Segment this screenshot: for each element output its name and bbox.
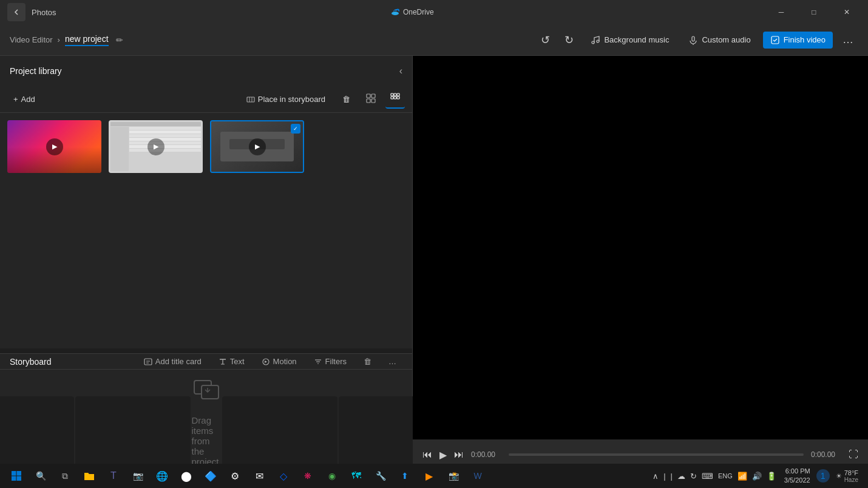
- more-options-button[interactable]: …: [838, 31, 858, 49]
- library-header: Project library ‹: [0, 56, 412, 86]
- weather-widget[interactable]: ☀ 78°F Haze: [831, 469, 863, 483]
- photos-icon[interactable]: 📷: [126, 467, 149, 485]
- background-music-button[interactable]: Background music: [583, 32, 676, 49]
- close-button[interactable]: ✕: [833, 3, 861, 21]
- edit-name-icon[interactable]: ✏: [116, 35, 123, 45]
- delete-storyboard-button[interactable]: 🗑: [358, 354, 378, 369]
- maximize-button[interactable]: □: [800, 3, 828, 21]
- svg-rect-16: [391, 97, 393, 99]
- mail-icon[interactable]: ✉: [248, 467, 271, 485]
- apps-icon[interactable]: 🔷: [199, 467, 222, 485]
- minimize-button[interactable]: ─: [767, 3, 795, 21]
- add-button[interactable]: + Add: [7, 92, 41, 107]
- storyboard-slot-2: [75, 396, 191, 466]
- tray-icon-1[interactable]: |: [662, 470, 667, 482]
- motion-icon: [262, 358, 270, 366]
- edge-icon[interactable]: 🌐: [151, 467, 174, 485]
- task-view-button[interactable]: ⧉: [53, 467, 76, 485]
- tray-icon-3[interactable]: ☁: [676, 470, 687, 482]
- extra-icon-3[interactable]: 🗺: [345, 467, 368, 485]
- extra-icon-1[interactable]: ❋: [296, 467, 319, 485]
- text-button[interactable]: Text: [212, 354, 251, 369]
- storyboard-title: Storyboard: [10, 357, 51, 367]
- redo-button[interactable]: ↻: [560, 31, 578, 49]
- storyboard-slot-3: [222, 396, 337, 466]
- extra-icon-4[interactable]: 🔧: [369, 467, 392, 485]
- grid-icon-2: [390, 93, 400, 103]
- teams-icon[interactable]: T: [102, 467, 125, 485]
- more-storyboard-button[interactable]: …: [382, 354, 402, 369]
- tray-icon-2[interactable]: |: [669, 470, 674, 482]
- panel-divider[interactable]: [0, 348, 412, 353]
- time-start: 0:00.00: [471, 450, 501, 459]
- video-preview: [413, 56, 868, 439]
- play-icon-2: ▶: [147, 138, 164, 155]
- chrome-icon[interactable]: ⬤: [175, 467, 198, 485]
- wifi-icon[interactable]: 📶: [736, 470, 749, 482]
- finish-video-button[interactable]: Finish video: [763, 32, 833, 49]
- breadcrumb: Video Editor › new project ✏: [10, 34, 123, 46]
- word-icon[interactable]: W: [466, 467, 489, 485]
- svg-rect-3: [692, 36, 694, 41]
- language-label[interactable]: ENG: [716, 471, 734, 481]
- svg-rect-9: [367, 94, 370, 98]
- text-tool-icon: [219, 358, 227, 366]
- undo-button[interactable]: ↺: [536, 31, 555, 49]
- video-thumb-1[interactable]: ▶: [7, 120, 101, 173]
- custom-audio-button[interactable]: Custom audio: [681, 32, 758, 49]
- motion-button[interactable]: Motion: [256, 354, 303, 369]
- capture-icon[interactable]: 📸: [442, 467, 465, 485]
- filters-label: Filters: [325, 357, 347, 366]
- temperature: 78°F: [844, 469, 858, 476]
- storyboard-panel: Storyboard Add title card: [0, 353, 412, 470]
- storyboard-icon: [246, 95, 255, 104]
- onedrive-area: OneDrive: [390, 7, 434, 17]
- keyboard-icon[interactable]: ⌨: [700, 470, 715, 482]
- back-button[interactable]: [7, 3, 25, 21]
- settings-icon[interactable]: ⚙: [223, 467, 246, 485]
- battery-icon[interactable]: 🔋: [765, 470, 778, 482]
- windows-icon: [11, 470, 22, 481]
- delete-library-button[interactable]: 🗑: [336, 92, 356, 107]
- search-button[interactable]: 🔍: [29, 467, 52, 485]
- project-name: new project: [65, 34, 109, 46]
- volume-icon[interactable]: 🔊: [750, 470, 764, 482]
- skip-forward-button[interactable]: ⏭: [454, 449, 464, 460]
- notification-button[interactable]: 1: [816, 469, 830, 483]
- custom-audio-label: Custom audio: [702, 35, 750, 44]
- video-thumb-2[interactable]: ▶: [109, 120, 203, 173]
- progress-bar[interactable]: [509, 453, 804, 456]
- svg-rect-14: [394, 93, 396, 96]
- add-icon: +: [13, 95, 18, 104]
- play-icon-3: ▶: [249, 138, 266, 155]
- filters-button[interactable]: Filters: [308, 354, 353, 369]
- vlc-icon[interactable]: ▶: [418, 467, 441, 485]
- file-explorer-icon[interactable]: [78, 467, 101, 485]
- background-music-label: Background music: [604, 35, 669, 44]
- svg-rect-19: [144, 359, 152, 365]
- library-collapse-button[interactable]: ‹: [399, 66, 402, 76]
- video-thumb-3[interactable]: ▶ ✓: [210, 120, 304, 173]
- date-display: 3/5/2022: [784, 476, 810, 485]
- start-button[interactable]: [5, 467, 28, 485]
- taskbar: 🔍 ⧉ T 📷 🌐 ⬤ 🔷 ⚙ ✉ ◇ ❋ ◉ 🗺 🔧 ⬆ ▶ 📸 W ∧ | …: [0, 464, 868, 488]
- dropbox-icon[interactable]: ◇: [272, 467, 295, 485]
- grid-view-1-button[interactable]: [361, 90, 381, 108]
- place-in-storyboard-button[interactable]: Place in storyboard: [240, 92, 331, 107]
- storyboard-slot-1: [0, 396, 74, 466]
- extra-icon-2[interactable]: ◉: [320, 467, 344, 485]
- tray-expand[interactable]: ∧: [651, 470, 660, 482]
- app-title: Photos: [32, 8, 56, 17]
- grid-view-2-button[interactable]: [385, 90, 405, 109]
- fullscreen-button[interactable]: ⛶: [849, 449, 858, 460]
- breadcrumb-video-editor[interactable]: Video Editor: [10, 35, 53, 44]
- taskbar-clock[interactable]: 6:00 PM 3/5/2022: [779, 467, 815, 486]
- add-title-card-button[interactable]: Add title card: [138, 354, 208, 369]
- weather-condition: Haze: [844, 476, 858, 483]
- more-storyboard-icon: …: [388, 357, 396, 366]
- skip-back-button[interactable]: ⏮: [422, 449, 432, 460]
- delete-storyboard-icon: 🗑: [364, 357, 371, 366]
- play-button[interactable]: ▶: [439, 449, 447, 461]
- extra-icon-5[interactable]: ⬆: [393, 467, 416, 485]
- tray-icon-4[interactable]: ↻: [688, 470, 699, 482]
